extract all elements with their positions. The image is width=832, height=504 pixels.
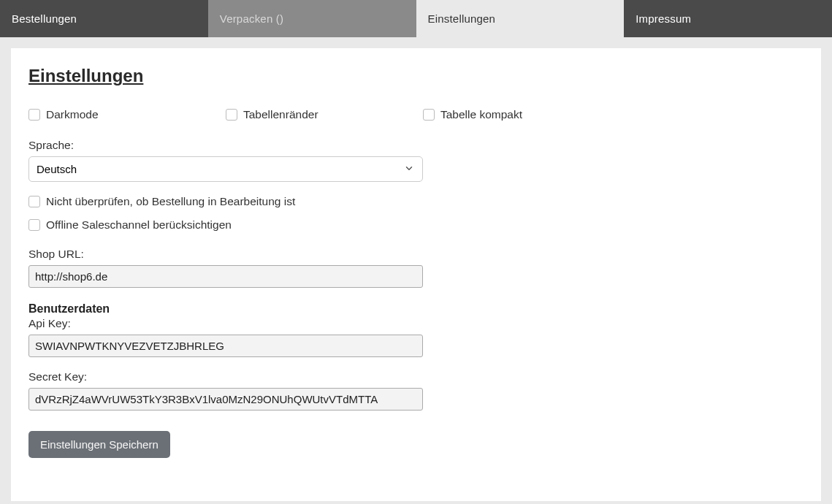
table-compact-group: Tabelle kompakt [423, 108, 620, 121]
language-select-wrap: Deutsch [28, 156, 423, 182]
api-key-field: Api Key: [28, 317, 804, 357]
no-check-processing-group: Nicht überprüfen, ob Bestellung in Bearb… [28, 195, 804, 208]
offline-sales-group: Offline Saleschannel berücksichtigen [28, 218, 804, 232]
top-tabs: Bestellungen Verpacken () Einstellungen … [0, 0, 832, 37]
api-key-input[interactable] [28, 335, 423, 357]
secret-key-input[interactable] [28, 388, 423, 411]
page-title: Einstellungen [28, 66, 804, 86]
darkmode-label[interactable]: Darkmode [46, 108, 99, 121]
settings-panel: Einstellungen Darkmode Tabellenränder Ta… [11, 48, 821, 501]
language-label: Sprache: [28, 139, 804, 152]
language-select[interactable]: Deutsch [28, 156, 423, 182]
no-check-processing-checkbox[interactable] [28, 196, 40, 207]
shop-url-label: Shop URL: [28, 248, 804, 261]
table-compact-label[interactable]: Tabelle kompakt [440, 108, 522, 121]
offline-sales-label[interactable]: Offline Saleschannel berücksichtigen [46, 218, 232, 232]
tab-orders[interactable]: Bestellungen [0, 0, 208, 37]
secret-key-label: Secret Key: [28, 370, 804, 383]
tab-imprint[interactable]: Impressum [624, 0, 832, 37]
table-compact-checkbox[interactable] [423, 109, 435, 121]
api-key-label: Api Key: [28, 317, 804, 330]
shop-url-field: Shop URL: [28, 248, 804, 288]
secret-key-field: Secret Key: [28, 370, 804, 411]
top-checkbox-row: Darkmode Tabellenränder Tabelle kompakt [28, 108, 804, 121]
offline-sales-checkbox[interactable] [28, 219, 40, 231]
tab-pack[interactable]: Verpacken () [208, 0, 416, 37]
darkmode-group: Darkmode [28, 108, 226, 121]
tab-settings[interactable]: Einstellungen [416, 0, 625, 37]
table-borders-checkbox[interactable] [226, 109, 237, 121]
no-check-processing-label[interactable]: Nicht überprüfen, ob Bestellung in Bearb… [46, 195, 295, 208]
save-settings-button[interactable]: Einstellungen Speichern [28, 431, 170, 458]
darkmode-checkbox[interactable] [28, 109, 40, 121]
shop-url-input[interactable] [28, 265, 423, 288]
table-borders-label[interactable]: Tabellenränder [243, 108, 318, 121]
language-field: Sprache: Deutsch [28, 139, 804, 182]
user-data-heading: Benutzerdaten [28, 302, 804, 316]
table-borders-group: Tabellenränder [226, 108, 423, 121]
content-wrap: Einstellungen Darkmode Tabellenränder Ta… [0, 37, 832, 504]
